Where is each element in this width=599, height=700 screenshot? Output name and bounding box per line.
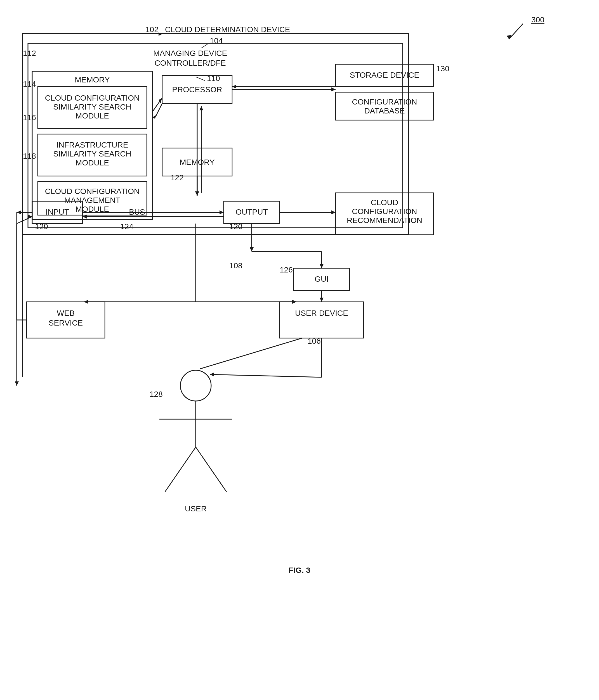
cloud-config-sim-label3: MODULE — [75, 111, 109, 120]
cloud-config-rec-label2: CONFIGURATION — [352, 207, 417, 216]
cloud-config-sim-label2: SIMILARITY SEARCH — [53, 103, 131, 111]
fig-label: FIG. 3 — [289, 566, 310, 575]
ref-106: 106 — [308, 337, 321, 345]
ref-128: 128 — [150, 390, 163, 399]
user-device-label1: USER DEVICE — [295, 309, 348, 318]
svg-marker-37 — [320, 298, 324, 302]
cloud-config-mgmt-label2: MANAGEMENT — [64, 196, 121, 204]
cloud-config-sim-label1: CLOUD CONFIGURATION — [45, 94, 140, 102]
svg-line-44 — [196, 447, 226, 492]
memory-main-label: MEMORY — [75, 75, 110, 84]
config-db-label1: CONFIGURATION — [352, 98, 417, 106]
svg-line-48 — [200, 338, 302, 369]
svg-marker-47 — [210, 373, 214, 376]
svg-line-43 — [165, 447, 196, 492]
gui-label: GUI — [315, 275, 329, 283]
svg-marker-40 — [320, 264, 324, 268]
svg-line-0 — [509, 24, 523, 39]
diagram-container: 300 102 CLOUD DETERMINATION DEVICE 112 M… — [0, 0, 599, 700]
infra-sim-label2: SIMILARITY SEARCH — [53, 150, 131, 158]
cloud-config-rec-label3: RECOMMENDATION — [347, 216, 422, 225]
svg-marker-14 — [219, 210, 224, 214]
svg-marker-30 — [250, 247, 254, 251]
config-db-label2: DATABASE — [364, 106, 405, 115]
user-label: USER — [185, 504, 207, 513]
svg-line-4 — [201, 44, 208, 48]
svg-line-46 — [210, 374, 321, 377]
ref-102: 102 — [145, 25, 159, 34]
web-service-label1: WEB — [57, 309, 75, 318]
ref-104: 104 — [210, 36, 223, 45]
ref-120a: 120 — [35, 222, 48, 231]
cloud-determination-label: CLOUD DETERMINATION DEVICE — [165, 25, 290, 34]
svg-marker-26 — [232, 85, 236, 89]
svg-marker-12 — [195, 192, 199, 196]
input-label: INPUT — [46, 208, 69, 216]
ref-126: 126 — [280, 266, 293, 274]
ref-130: 130 — [436, 64, 449, 73]
ref-112: 112 — [23, 49, 36, 57]
processor-label: PROCESSOR — [172, 85, 222, 94]
memory-sub-label: MEMORY — [179, 158, 215, 167]
config-database-box — [336, 92, 433, 120]
ref-120b: 120 — [229, 222, 242, 231]
svg-marker-3 — [159, 32, 162, 36]
managing-device-label2: CONTROLLER/DFE — [154, 59, 226, 67]
cloud-config-mgmt-label1: CLOUD CONFIGURATION — [45, 187, 140, 196]
infra-sim-label3: MODULE — [75, 158, 109, 167]
storage-device-label: STORAGE DEVICE — [350, 71, 419, 79]
fig-ref-300: 300 — [531, 15, 545, 24]
svg-line-55 — [155, 103, 162, 117]
web-service-label2: SERVICE — [49, 319, 83, 327]
output-label: OUTPUT — [236, 208, 268, 216]
cloud-config-rec-label1: CLOUD — [371, 198, 398, 207]
svg-marker-28 — [331, 210, 336, 214]
svg-marker-24 — [331, 88, 336, 91]
managing-device-label: MANAGING DEVICE — [153, 49, 227, 57]
user-device-box — [280, 302, 363, 338]
user-head — [181, 370, 211, 401]
ref-116: 116 — [23, 113, 36, 122]
svg-line-5 — [196, 77, 205, 80]
infra-sim-label1: INFRASTRUCTURE — [56, 141, 128, 149]
ref-114: 114 — [23, 80, 36, 88]
ref-108: 108 — [229, 261, 242, 270]
ref-122: 122 — [171, 173, 184, 182]
ref-118: 118 — [23, 152, 36, 160]
svg-marker-10 — [199, 106, 203, 110]
svg-marker-18 — [17, 210, 21, 214]
svg-marker-20 — [15, 381, 19, 385]
ref-124: 124 — [120, 222, 134, 231]
